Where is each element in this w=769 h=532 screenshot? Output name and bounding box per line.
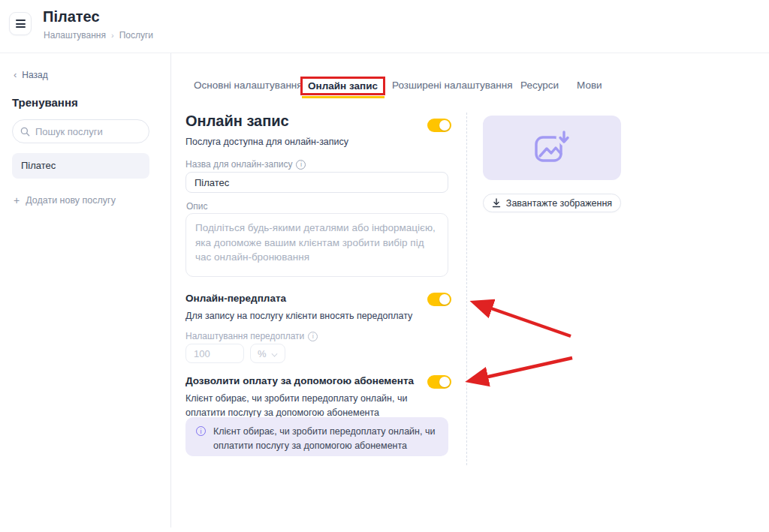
plus-icon: + — [14, 194, 20, 206]
service-search[interactable] — [12, 119, 149, 143]
upload-button-label: Завантажте зображення — [506, 198, 612, 209]
unit-value: % — [258, 348, 267, 359]
tab-resources[interactable]: Ресурси — [520, 80, 559, 91]
tab-advanced-settings[interactable]: Розширені налаштування — [392, 80, 513, 91]
tab-languages[interactable]: Мови — [577, 80, 602, 91]
content-dashed-divider — [466, 113, 467, 465]
subscription-subtitle: Клієнт обирає, чи зробити передоплату он… — [185, 392, 441, 421]
search-icon — [20, 127, 30, 137]
annotation-red-box: Онлайн запис — [300, 77, 385, 95]
active-tab-underline — [302, 96, 384, 98]
online-booking-toggle[interactable] — [427, 119, 451, 132]
prepayment-toggle[interactable] — [427, 293, 451, 306]
annotation-arrow-prepayment — [476, 303, 571, 336]
info-icon[interactable]: i — [308, 332, 318, 341]
tab-online-booking[interactable]: Онлайн запис — [308, 80, 378, 92]
subscription-title: Дозволити оплату за допомогою абонемента — [185, 375, 433, 386]
prepayment-amount-input[interactable] — [185, 344, 244, 363]
page-title: Пілатес — [43, 8, 100, 26]
online-booking-subtitle: Послуга доступна для онлайн-запису — [185, 137, 348, 147]
back-link[interactable]: ‹ Назад — [14, 69, 48, 80]
sidebar-item-pilates[interactable]: Пілатес — [12, 153, 149, 179]
service-image-placeholder[interactable] — [483, 116, 621, 180]
info-icon: i — [196, 426, 206, 436]
add-service-label: Додати нову послугу — [26, 195, 116, 206]
upload-image-button[interactable]: Завантажте зображення — [483, 194, 621, 212]
online-booking-name-input[interactable] — [185, 172, 448, 193]
tab-basic-settings[interactable]: Основні налаштування — [194, 80, 303, 91]
chevron-down-icon — [272, 350, 278, 356]
subscription-info-banner: i Клієнт обирає, чи зробити передоплату … — [185, 417, 448, 456]
prepayment-unit-select[interactable]: % — [250, 344, 285, 363]
hamburger-icon — [16, 20, 26, 21]
info-banner-text: Клієнт обирає, чи зробити передоплату он… — [213, 425, 438, 449]
sidebar-section-title: Тренування — [12, 96, 78, 109]
search-input[interactable] — [35, 126, 133, 137]
service-settings-page: Пілатес Налаштування › Послуги ‹ Назад Т… — [0, 0, 769, 532]
info-icon[interactable]: i — [296, 160, 306, 170]
back-label: Назад — [22, 70, 47, 80]
description-textarea[interactable] — [185, 213, 448, 277]
header-divider — [0, 53, 769, 53]
image-download-icon — [532, 131, 571, 165]
online-booking-heading: Онлайн запис — [185, 113, 289, 130]
prepayment-settings-label-row: Налаштування передоплати i — [185, 331, 318, 341]
menu-button[interactable] — [9, 12, 32, 35]
description-label: Опис — [186, 201, 208, 212]
breadcrumb-services[interactable]: Послуги — [119, 30, 153, 41]
breadcrumb-separator-icon: › — [111, 31, 114, 40]
add-service-button[interactable]: + Додати нову послугу — [14, 194, 116, 206]
prepayment-subtitle: Для запису на послугу клієнти вносять пе… — [185, 309, 441, 323]
chevron-left-icon: ‹ — [14, 69, 17, 80]
download-icon — [492, 198, 501, 208]
breadcrumb-settings[interactable]: Налаштування — [44, 30, 106, 41]
breadcrumb: Налаштування › Послуги — [44, 30, 153, 41]
prepayment-title: Онлайн-передплата — [185, 293, 286, 304]
name-field-label: Назва для онлайн-запису — [185, 159, 292, 170]
sidebar-divider — [170, 53, 171, 527]
subscription-toggle[interactable] — [427, 375, 451, 389]
prepayment-settings-label: Налаштування передоплати — [185, 331, 304, 341]
annotation-arrow-subscription — [472, 358, 572, 380]
name-field-label-row: Назва для онлайн-запису i — [185, 159, 306, 170]
